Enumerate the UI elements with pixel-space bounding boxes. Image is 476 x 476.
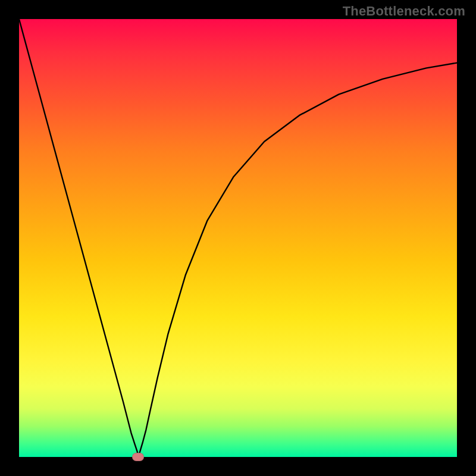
bottleneck-curve-path <box>19 19 457 457</box>
watermark-text: TheBottleneck.com <box>343 4 465 19</box>
minimum-marker <box>132 453 144 461</box>
plot-area <box>19 19 457 457</box>
chart-frame: TheBottleneck.com <box>0 0 476 476</box>
curve-svg <box>19 19 457 457</box>
